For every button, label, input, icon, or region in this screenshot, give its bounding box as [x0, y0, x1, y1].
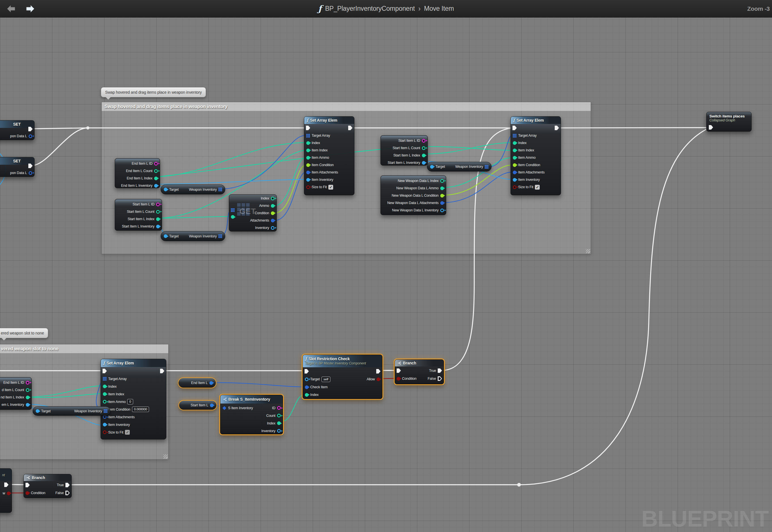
new-weapon-data-pin[interactable] [29, 171, 32, 175]
item-ammo-pin[interactable] [103, 400, 106, 404]
inventory-out-pin[interactable] [271, 226, 275, 230]
end-item-l-id-pin[interactable] [154, 162, 158, 166]
array-pin-icon[interactable] [104, 409, 107, 413]
size-to-fit-checkbox[interactable]: ✓ [328, 185, 333, 190]
target-pin[interactable] [36, 409, 39, 413]
back-arrow-icon[interactable] [6, 4, 16, 13]
item-condition-pin[interactable] [306, 163, 310, 167]
size-to-fit-checkbox[interactable]: ✓ [535, 185, 540, 190]
node-branch-1[interactable]: Branch True Condition False [395, 359, 444, 384]
array-input-pin[interactable] [231, 208, 235, 212]
node-cut-function[interactable]: nt w [0, 468, 12, 513]
end-item-l-inventory-pin[interactable] [26, 403, 29, 407]
array-pin-icon[interactable] [219, 234, 222, 238]
end-item-l-count-pin[interactable] [26, 388, 29, 392]
index-pin[interactable] [103, 385, 106, 388]
start-item-l-index-pin[interactable] [156, 217, 160, 221]
start-item-l-count-pin[interactable] [156, 210, 160, 214]
check-item-pin[interactable] [305, 385, 309, 389]
item-ammo-input[interactable]: 0 [127, 399, 133, 404]
end-item-l-out-pin[interactable] [210, 381, 213, 385]
node-branch-2[interactable]: Branch True Condition False [23, 474, 72, 498]
index-pin[interactable] [306, 141, 310, 145]
node-switch-items-places[interactable]: Switch items places Collapsed Graph [706, 112, 752, 132]
node-slot-restriction-check[interactable]: ƒSlot Restriction Check Target is BP Mas… [303, 355, 382, 399]
nwd-condition-pin[interactable] [440, 194, 444, 198]
target-array-pin[interactable] [103, 377, 106, 381]
end-item-l-index-pin[interactable] [26, 396, 29, 399]
exec-out-pin[interactable] [160, 369, 164, 373]
nwd-ammo-pin[interactable] [440, 186, 444, 190]
array-pin-icon[interactable] [219, 188, 222, 191]
condition-out-pin[interactable] [271, 211, 275, 215]
false-exec-pin[interactable] [438, 376, 442, 381]
item-ammo-pin[interactable] [513, 156, 516, 160]
item-inventory-pin[interactable] [513, 178, 516, 182]
size-to-fit-checkbox[interactable]: ✓ [125, 430, 130, 435]
target-pin[interactable] [430, 165, 434, 169]
target-array-pin[interactable] [306, 134, 310, 138]
index-out-pin[interactable] [271, 197, 275, 200]
node-start-item-l-2[interactable]: Start Item L ID Start Item L Count Start… [380, 135, 428, 166]
ammo-out-pin[interactable] [271, 204, 275, 208]
exec-in-pin[interactable] [512, 126, 517, 130]
reroute-node[interactable] [86, 126, 89, 130]
new-weapon-data-pin[interactable] [29, 134, 32, 138]
node-set-array-elem-3[interactable]: ƒSet Array Elem Target Array Index Item … [100, 359, 166, 439]
id-out-pin[interactable] [277, 406, 281, 410]
start-item-l-count-pin[interactable] [422, 146, 425, 150]
index-out-pin[interactable] [277, 421, 281, 425]
exec-in-pin[interactable] [709, 125, 713, 130]
exec-in-pin[interactable] [102, 369, 107, 373]
node-weapon-inventory-get-3[interactable]: Target Weapon Inventory [427, 162, 491, 171]
node-set-array-elem-2[interactable]: ƒSet Array Elem Target Array Index Item … [510, 116, 561, 195]
start-item-l-out-pin[interactable] [210, 404, 214, 407]
exec-out-pin[interactable] [4, 482, 8, 487]
count-out-pin[interactable] [277, 414, 281, 417]
item-index-pin[interactable] [306, 149, 310, 152]
condition-pin[interactable] [397, 377, 400, 381]
false-exec-pin[interactable] [65, 491, 70, 495]
node-start-item-l-pill[interactable]: Start Item L [178, 400, 217, 410]
start-item-l-id-pin[interactable] [156, 203, 160, 206]
node-end-item-l-cut[interactable]: End Item L ID d Item L Count nd Item L I… [0, 377, 32, 410]
exec-out-pin[interactable] [376, 369, 380, 374]
index-pin[interactable] [305, 393, 309, 397]
exec-in-pin[interactable] [25, 483, 30, 487]
item-index-pin[interactable] [513, 149, 516, 152]
target-pin[interactable] [305, 377, 309, 381]
node-weapon-inventory-get-4[interactable]: Target Weapon Inventory [33, 406, 110, 416]
end-item-l-inventory-pin[interactable] [154, 184, 158, 188]
condition-pin[interactable] [25, 491, 29, 495]
node-break-s-iteminventory[interactable]: Break S_ItemInventory S Item Inventory I… [220, 395, 283, 434]
nwd-attachments-pin[interactable] [440, 201, 444, 205]
start-item-l-inventory-pin[interactable] [422, 161, 425, 165]
start-item-l-inventory-pin[interactable] [156, 225, 160, 228]
size-to-fit-pin[interactable] [513, 185, 516, 189]
item-condition-pin[interactable] [513, 163, 516, 167]
target-pin[interactable] [164, 234, 167, 238]
index-pin[interactable] [513, 141, 516, 145]
node-set-array-elem-1[interactable]: ƒSet Array Elem Target Array Index Item … [304, 116, 354, 195]
breadcrumb-function[interactable]: BP_PlayerInventoryComponent [325, 5, 415, 12]
true-exec-pin[interactable] [65, 483, 70, 487]
end-item-l-id-pin[interactable] [26, 381, 29, 385]
array-pin-icon[interactable] [485, 165, 488, 169]
item-index-pin[interactable] [103, 392, 106, 396]
node-set-new-weapon-data-2[interactable]: SET pon Data L [0, 157, 35, 177]
target-self-input[interactable]: self [322, 377, 330, 382]
s-item-inventory-pin[interactable] [223, 406, 226, 410]
size-to-fit-pin[interactable] [306, 185, 310, 189]
node-array-get[interactable]: GET Index Ammo Condition Attachments Inv… [229, 194, 277, 231]
item-inventory-pin[interactable] [306, 178, 310, 182]
allow-out-pin[interactable] [7, 492, 10, 495]
node-end-item-l-pill[interactable]: End Item L [178, 377, 217, 388]
node-weapon-inventory-get-2[interactable]: Target Weapon Inventory [160, 231, 225, 241]
size-to-fit-pin[interactable] [103, 430, 106, 434]
reroute-node[interactable] [517, 483, 521, 487]
allow-out-pin[interactable] [377, 377, 380, 381]
true-exec-pin[interactable] [438, 368, 442, 373]
start-item-l-id-pin[interactable] [422, 139, 425, 143]
attachments-out-pin[interactable] [271, 219, 275, 222]
item-attachments-pin[interactable] [513, 171, 516, 174]
